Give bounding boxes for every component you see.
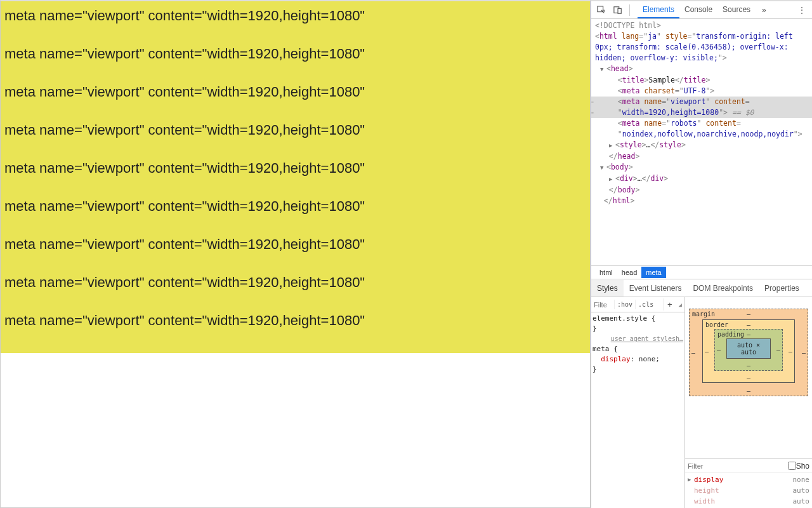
dom-html-style-2[interactable]: 0px; transform: scale(0.436458); overflo… bbox=[591, 42, 812, 53]
styles-corner-icon: ◢ bbox=[676, 300, 684, 309]
computed-pane: margin – – – – border – – – – padding bbox=[685, 297, 812, 508]
box-model-border-label: border bbox=[705, 321, 728, 328]
dom-html-style-3[interactable]: hidden; overflow-y: visible;"> bbox=[591, 53, 812, 64]
dom-html-open[interactable]: <html lang="ja" style="transform-origin:… bbox=[591, 31, 812, 42]
chevron-down-icon[interactable] bbox=[600, 64, 606, 75]
page-meta-text: meta name="viewport" content="width=1920… bbox=[4, 236, 586, 253]
computed-filter-input[interactable] bbox=[688, 462, 785, 470]
chevron-right-icon[interactable] bbox=[609, 173, 615, 185]
box-model-diagram[interactable]: margin – – – – border – – – – padding bbox=[685, 297, 812, 458]
page-meta-text: meta name="viewport" content="width=1920… bbox=[4, 46, 586, 62]
computed-row-width[interactable]: widthauto bbox=[688, 496, 809, 507]
device-toggle-icon[interactable] bbox=[610, 3, 625, 18]
styles-lower-panes: :hov .cls + ◢ element.style { } user age… bbox=[591, 297, 812, 508]
devtools-toolbar: ElementsConsoleSources » ⋮ bbox=[591, 1, 812, 19]
page-content: meta name="viewport" content="width=1920… bbox=[1, 1, 590, 353]
box-model-content: auto × auto bbox=[726, 338, 771, 359]
styles-filter-input[interactable] bbox=[591, 300, 614, 310]
styles-tab-event-listeners[interactable]: Event Listeners bbox=[624, 280, 688, 297]
styles-tab-dom-breakpoints[interactable]: DOM Breakpoints bbox=[687, 280, 759, 297]
styles-tab-properties[interactable]: Properties bbox=[759, 280, 805, 297]
devtools-tabs: ElementsConsoleSources bbox=[638, 2, 756, 18]
show-all-checkbox[interactable] bbox=[788, 462, 796, 470]
dom-head-close[interactable]: </head> bbox=[591, 151, 812, 162]
box-model-margin-label: margin bbox=[692, 311, 715, 318]
styles-pane: :hov .cls + ◢ element.style { } user age… bbox=[591, 297, 685, 508]
devtools-tab-console[interactable]: Console bbox=[679, 2, 717, 18]
page-meta-text: meta name="viewport" content="width=1920… bbox=[4, 160, 586, 177]
devtools-tab-elements[interactable]: Elements bbox=[638, 2, 679, 18]
dom-title[interactable]: <title>Sample</title> bbox=[591, 75, 812, 86]
styles-filter-row: :hov .cls + ◢ bbox=[591, 297, 684, 312]
toolbar-divider bbox=[629, 4, 630, 16]
chevron-right-icon: ▶ bbox=[688, 474, 694, 485]
breadcrumb-meta[interactable]: meta bbox=[641, 267, 665, 278]
computed-row-height[interactable]: heightauto bbox=[688, 485, 809, 496]
show-all-label: Sho bbox=[796, 462, 809, 471]
hov-toggle[interactable]: :hov bbox=[614, 300, 635, 309]
dom-body-open[interactable]: <body> bbox=[591, 162, 812, 173]
elements-dom-tree[interactable]: <!DOCTYPE html> <html lang="ja" style="t… bbox=[591, 19, 812, 265]
computed-filter-row: Sho bbox=[685, 459, 812, 473]
styles-tab-styles[interactable]: Styles bbox=[591, 280, 624, 297]
dom-html-close[interactable]: </html> bbox=[591, 196, 812, 206]
dom-meta-viewport-selected[interactable]: <meta name="viewport" content= bbox=[591, 97, 812, 107]
page-meta-text: meta name="viewport" content="width=1920… bbox=[4, 8, 586, 24]
breadcrumb-html[interactable]: html bbox=[595, 267, 617, 278]
dom-body-close[interactable]: </body> bbox=[591, 185, 812, 196]
page-meta-text: meta name="viewport" content="width=1920… bbox=[4, 312, 586, 329]
computed-row-display[interactable]: ▶displaynone bbox=[688, 474, 809, 485]
inspect-element-icon[interactable] bbox=[594, 3, 609, 18]
styles-tab-bar: StylesEvent ListenersDOM BreakpointsProp… bbox=[591, 279, 812, 297]
dom-doctype[interactable]: <!DOCTYPE html> bbox=[591, 20, 812, 31]
dom-meta-viewport-line2[interactable]: "width=1920,height=1080"> == $0 bbox=[591, 107, 812, 118]
computed-properties[interactable]: ▶displaynoneheightautowidthauto bbox=[685, 473, 812, 508]
devtools-menu-icon[interactable]: ⋮ bbox=[794, 3, 809, 17]
page-meta-text: meta name="viewport" content="width=1920… bbox=[4, 274, 586, 291]
dom-style[interactable]: <style>…</style> bbox=[591, 140, 812, 151]
breadcrumb-head[interactable]: head bbox=[617, 267, 641, 278]
more-tabs-button[interactable]: » bbox=[759, 3, 769, 17]
page-viewport: meta name="viewport" content="width=1920… bbox=[0, 0, 591, 508]
devtools-tab-sources[interactable]: Sources bbox=[717, 2, 756, 18]
box-model-padding-label: padding bbox=[717, 331, 744, 338]
elements-breadcrumb: htmlheadmeta bbox=[591, 265, 812, 279]
cls-toggle[interactable]: .cls bbox=[635, 300, 656, 309]
page-meta-text: meta name="viewport" content="width=1920… bbox=[4, 84, 586, 100]
styles-rules[interactable]: element.style { } user agent stylesh… me… bbox=[591, 312, 684, 376]
dom-meta-robots-2[interactable]: "noindex,nofollow,noarchive,noodp,noydir… bbox=[591, 129, 812, 140]
page-meta-text: meta name="viewport" content="width=1920… bbox=[4, 198, 586, 215]
dom-head-open[interactable]: <head> bbox=[591, 64, 812, 75]
chevron-right-icon[interactable] bbox=[609, 140, 615, 151]
computed-list-wrap: Sho ▶displaynoneheightautowidthauto bbox=[685, 458, 812, 508]
ua-stylesheet-source[interactable]: user agent stylesh… bbox=[593, 334, 683, 344]
devtools-panel: ElementsConsoleSources » ⋮ <!DOCTYPE htm… bbox=[591, 0, 812, 508]
dom-div[interactable]: <div>…</div> bbox=[591, 173, 812, 185]
dom-meta-robots-1[interactable]: <meta name="robots" content= bbox=[591, 118, 812, 129]
dom-meta-charset[interactable]: <meta charset="UTF-8"> bbox=[591, 86, 812, 97]
svg-rect-2 bbox=[618, 8, 621, 13]
chevron-down-icon[interactable] bbox=[600, 162, 606, 173]
page-meta-text: meta name="viewport" content="width=1920… bbox=[4, 122, 586, 138]
new-style-rule-button[interactable]: + bbox=[663, 298, 676, 311]
